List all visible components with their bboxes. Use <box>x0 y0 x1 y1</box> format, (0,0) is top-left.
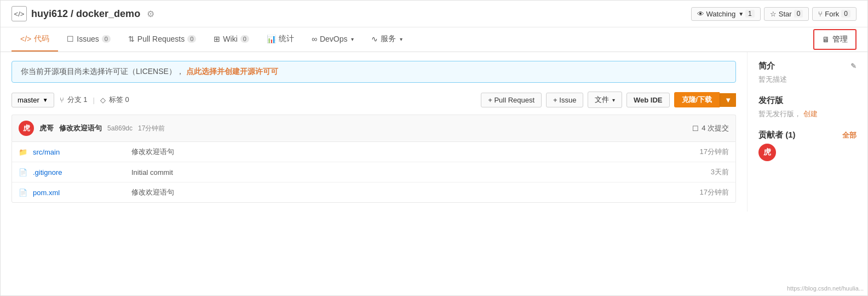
tag-icon: ◇ <box>100 96 106 104</box>
watching-count: 1 <box>745 10 755 18</box>
commit-time: 17分钟前 <box>138 124 165 133</box>
code-icon: </> <box>12 6 27 21</box>
repo-full-name: huyi612 / docker_demo <box>31 8 140 20</box>
file-commit-src-main: 修改欢迎语句 <box>120 147 685 157</box>
file-icon: 📄 <box>19 168 28 177</box>
sidebar-contributors-section: 贡献者 (1) 全部 虎 <box>758 130 856 161</box>
tab-manage[interactable]: 🖥 管理 <box>813 29 856 50</box>
star-button[interactable]: ☆ Star 0 <box>764 7 809 21</box>
license-text-before: 你当前开源项目尚未选择许可证（LICENSE）， <box>21 67 184 76</box>
branch-bar-right: + Pull Request + Issue 文件 ▾ Web IDE 克隆/下… <box>481 92 736 108</box>
branch-dropdown-icon: ▼ <box>43 97 48 103</box>
content-left: 你当前开源项目尚未选择许可证（LICENSE）， 点此选择并创建开源许可可 ma… <box>1 52 747 212</box>
watching-dropdown-icon: ▼ <box>738 11 744 17</box>
intro-edit-icon[interactable]: ✎ <box>850 62 856 70</box>
branch-selector[interactable]: master ▼ <box>12 93 54 107</box>
contributors-count: (1) <box>785 130 795 139</box>
issues-tab-badge: 0 <box>102 35 111 43</box>
watermark: https://blog.csdn.net/huulia... <box>787 285 864 292</box>
repo-name-link[interactable]: docker_demo <box>76 8 140 19</box>
separator: / <box>71 8 76 19</box>
file-row: 📄 .gitignore Initial commit 3天前 <box>12 162 735 183</box>
contributor-avatar[interactable]: 虎 <box>758 144 776 161</box>
contributors-label: 贡献者 <box>758 130 783 139</box>
repo-settings-icon[interactable]: ⚙ <box>147 9 154 19</box>
issue-button[interactable]: + Issue <box>546 93 583 107</box>
contributors-all-link[interactable]: 全部 <box>842 130 856 140</box>
manage-tab-label: 管理 <box>832 35 848 44</box>
tab-issues[interactable]: ☐ Issues 0 <box>58 28 119 51</box>
stats-tab-icon: 📊 <box>267 35 276 43</box>
fork-button[interactable]: ⑂ Fork 0 <box>812 7 856 21</box>
tab-stats[interactable]: 📊 统计 <box>258 27 303 52</box>
license-banner: 你当前开源项目尚未选择许可证（LICENSE）， 点此选择并创建开源许可可 <box>12 61 736 83</box>
file-time-src-main: 17分钟前 <box>685 147 729 157</box>
tag-count: 标签 0 <box>109 95 129 105</box>
repo-header: </> huyi612 / docker_demo ⚙ 👁 Watching ▼… <box>1 1 867 27</box>
file-time-pom-xml: 17分钟前 <box>685 187 729 197</box>
main-content: 你当前开源项目尚未选择许可证（LICENSE）， 点此选择并创建开源许可可 ma… <box>1 52 867 212</box>
file-row: 📁 src/main 修改欢迎语句 17分钟前 <box>12 142 735 162</box>
clone-dropdown-button[interactable]: ▼ <box>720 93 736 107</box>
devops-dropdown-icon: ▾ <box>351 36 354 42</box>
wiki-tab-badge: 0 <box>240 35 249 43</box>
fork-count: 0 <box>841 10 850 18</box>
code-tab-label: 代码 <box>34 34 49 44</box>
sidebar-intro-section: 简介 ✎ 暂无描述 <box>758 61 856 84</box>
license-create-link[interactable]: 点此选择并创建开源许可可 <box>186 67 278 76</box>
tab-pull-requests[interactable]: ⇅ Pull Requests 0 <box>119 28 205 51</box>
issues-tab-icon: ☐ <box>67 35 74 43</box>
tab-code[interactable]: </> 代码 <box>12 27 58 52</box>
commit-author-avatar: 虎 <box>19 121 34 136</box>
issues-tab-label: Issues <box>77 35 99 43</box>
tab-service[interactable]: ∿ 服务 ▾ <box>363 27 411 52</box>
contributors-title-text: 贡献者 (1) <box>758 130 796 140</box>
commit-message: 修改欢迎语句 <box>59 123 102 133</box>
file-button[interactable]: 文件 ▾ <box>588 92 622 108</box>
clone-download-button[interactable]: 克隆/下载 ▼ <box>674 92 737 107</box>
devops-tab-icon: ∞ <box>312 35 317 43</box>
star-label: Star <box>779 10 792 18</box>
repo-title: </> huyi612 / docker_demo ⚙ <box>12 6 691 21</box>
branch-meta: ⑂ 分支 1 | ◇ 标签 0 <box>60 95 129 105</box>
sidebar: 简介 ✎ 暂无描述 发行版 暂无发行版， 创建 贡献者 (1) <box>747 52 867 212</box>
commit-count-label: 4 次提交 <box>702 123 729 133</box>
branch-icon: ⑂ <box>60 96 64 104</box>
watching-button[interactable]: 👁 Watching ▼ 1 <box>691 7 760 21</box>
file-button-label: 文件 <box>595 95 609 104</box>
file-name-gitignore[interactable]: .gitignore <box>33 168 120 177</box>
release-title-text: 发行版 <box>758 95 783 106</box>
release-info: 暂无发行版， 创建 <box>758 109 856 119</box>
manage-tab-icon: 🖥 <box>822 35 830 44</box>
file-name-pom-xml[interactable]: pom.xml <box>33 189 120 197</box>
intro-text: 暂无描述 <box>758 75 856 84</box>
pr-tab-icon: ⇅ <box>128 35 135 43</box>
pr-tab-badge: 0 <box>187 35 196 43</box>
webide-button[interactable]: Web IDE <box>626 93 670 107</box>
wiki-tab-label: Wiki <box>223 35 237 43</box>
intro-title-text: 简介 <box>758 61 775 71</box>
release-create-link[interactable]: 创建 <box>803 110 818 118</box>
tab-devops[interactable]: ∞ DevOps ▾ <box>303 28 363 51</box>
file-table: 📁 src/main 修改欢迎语句 17分钟前 📄 .gitignore Ini… <box>12 141 736 203</box>
file-dropdown-icon: ▾ <box>612 97 615 103</box>
fork-label: Fork <box>825 10 839 18</box>
file-time-gitignore: 3天前 <box>685 167 729 177</box>
service-tab-label: 服务 <box>381 34 396 44</box>
meta-divider: | <box>93 96 94 104</box>
service-tab-icon: ∿ <box>371 35 378 43</box>
stats-tab-label: 统计 <box>279 34 294 44</box>
repo-owner-link[interactable]: huyi612 <box>31 8 68 19</box>
branch-count: 分支 1 <box>67 95 88 105</box>
fork-icon: ⑂ <box>818 10 823 18</box>
file-name-src-main[interactable]: src/main <box>33 148 120 156</box>
tab-wiki[interactable]: ⊞ Wiki 0 <box>205 28 258 51</box>
contributor-list: 虎 <box>758 144 856 161</box>
commit-info-bar: 虎 虎哥 修改欢迎语句 5a869dc 17分钟前 ☐ 4 次提交 <box>12 115 736 141</box>
pull-request-button[interactable]: + Pull Request <box>481 93 542 107</box>
folder-icon: 📁 <box>19 148 28 156</box>
commit-count-icon: ☐ <box>692 124 699 133</box>
star-count: 0 <box>794 10 803 18</box>
clone-main-button[interactable]: 克隆/下载 <box>674 92 720 107</box>
file-icon: 📄 <box>19 189 28 197</box>
